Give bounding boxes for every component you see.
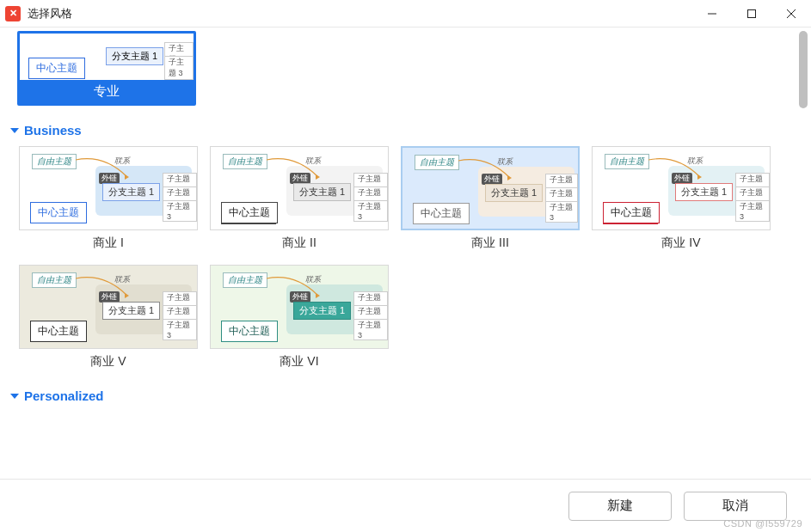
section-grid-business: 自由主题 联系 外链 分支主题 1 子主题 1 子主题 2 子主题 3 中心主题…	[3, 146, 792, 371]
style-caption: 商业 IV	[592, 230, 771, 253]
style-card[interactable]: 自由主题 联系 外链 分支主题 1 子主题 1 子主题 2 子主题 3 中心主题…	[19, 265, 198, 371]
preview-sub: 子主题 3	[164, 56, 194, 80]
style-preview: 自由主题 联系 外链 分支主题 1 子主题 1 子主题 2 子主题 3 中心主题	[210, 265, 389, 349]
style-card-selected-top[interactable]: 中心主题 分支主题 1 子主题 2 子主题 3 专业	[17, 31, 196, 106]
chevron-down-icon	[10, 394, 19, 399]
create-button[interactable]: 新建	[568, 492, 672, 521]
style-card[interactable]: 自由主题 联系 外链 分支主题 1 子主题 1 子主题 2 子主题 3 中心主题…	[210, 265, 389, 371]
style-caption: 商业 V	[19, 349, 198, 371]
style-preview: 自由主题 联系 外链 分支主题 1 子主题 1 子主题 2 子主题 3 中心主题	[19, 146, 198, 230]
section-title: Business	[24, 123, 82, 138]
style-preview: 自由主题 联系 外链 分支主题 1 子主题 1 子主题 2 子主题 3 中心主题	[401, 146, 580, 230]
style-preview: 自由主题 联系 外链 分支主题 1 子主题 1 子主题 2 子主题 3 中心主题	[19, 265, 198, 349]
style-caption: 商业 III	[401, 230, 580, 253]
style-card[interactable]: 自由主题 联系 外链 分支主题 1 子主题 1 子主题 2 子主题 3 中心主题…	[401, 146, 580, 253]
style-preview: 中心主题 分支主题 1 子主题 2 子主题 3	[20, 34, 194, 80]
app-icon: ✕	[5, 6, 21, 21]
minimize-button[interactable]	[692, 0, 732, 28]
window-title: 选择风格	[28, 6, 72, 21]
style-card[interactable]: 自由主题 联系 外链 分支主题 1 子主题 1 子主题 2 子主题 3 中心主题…	[210, 146, 389, 253]
titlebar: ✕ 选择风格	[0, 0, 811, 28]
close-button[interactable]	[771, 0, 811, 28]
style-preview: 自由主题 联系 外链 分支主题 1 子主题 1 子主题 2 子主题 3 中心主题	[592, 146, 771, 230]
dialog-footer: 新建 取消	[0, 479, 811, 532]
content-area: 中心主题 分支主题 1 子主题 2 子主题 3 专业 Business 自由主题…	[0, 28, 811, 479]
style-caption: 专业	[20, 80, 194, 103]
cancel-button[interactable]: 取消	[684, 492, 787, 521]
scroll-area[interactable]: 中心主题 分支主题 1 子主题 2 子主题 3 专业 Business 自由主题…	[0, 28, 796, 479]
preview-center: 中心主题	[28, 58, 85, 79]
section-title: Personalized	[24, 388, 104, 403]
style-preview: 自由主题 联系 外链 分支主题 1 子主题 1 子主题 2 子主题 3 中心主题	[210, 146, 389, 230]
style-caption: 商业 VI	[210, 349, 389, 371]
section-header-business[interactable]: Business	[3, 106, 792, 146]
style-caption: 商业 II	[210, 230, 389, 253]
section-header-personalized[interactable]: Personalized	[3, 371, 792, 412]
svg-rect-0	[748, 9, 756, 17]
top-row: 中心主题 分支主题 1 子主题 2 子主题 3 专业	[3, 28, 792, 106]
style-card[interactable]: 自由主题 联系 外链 分支主题 1 子主题 1 子主题 2 子主题 3 中心主题…	[19, 146, 198, 253]
preview-branch: 分支主题 1	[106, 47, 163, 65]
style-card[interactable]: 自由主题 联系 外链 分支主题 1 子主题 1 子主题 2 子主题 3 中心主题…	[592, 146, 771, 253]
maximize-button[interactable]	[732, 0, 771, 28]
chevron-down-icon	[10, 128, 19, 133]
vertical-scrollbar[interactable]	[799, 31, 808, 108]
style-caption: 商业 I	[19, 230, 198, 253]
